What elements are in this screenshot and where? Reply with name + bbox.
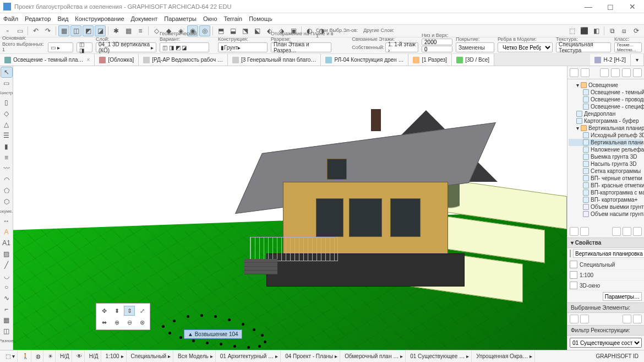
tool-f-icon[interactable]: ⬒	[215, 25, 226, 36]
polyline-tool[interactable]: ⌐	[1, 304, 12, 314]
menu-file[interactable]: Файл	[3, 15, 18, 22]
section-tool[interactable]: ◫	[1, 326, 12, 336]
menu-window[interactable]: Окно	[203, 15, 217, 22]
pet-palette[interactable]: ✥ ⬍ ⇕ ⤢ ⬌ ⊕ ⊖ ⊗	[96, 303, 150, 330]
tool-x3-icon[interactable]: ◧	[591, 25, 602, 36]
sb-combo1[interactable]: 01 Архитектурный …	[220, 353, 274, 359]
sb-sun-icon[interactable]: ☀	[48, 353, 53, 359]
roof-tool[interactable]: △	[1, 120, 12, 129]
minimize-button[interactable]: ―	[580, 2, 597, 11]
morph-tool[interactable]: ⬠	[1, 186, 12, 196]
sb-car-icon[interactable]: ◍	[36, 353, 41, 359]
tool-g-icon[interactable]: ⬓	[227, 25, 238, 36]
mesh-mode-icon[interactable]: ▦	[58, 25, 69, 36]
fill-tool[interactable]: ▨	[1, 249, 12, 259]
navigator-tree[interactable]: ▾Освещение Освещение - темный пла Освеще…	[567, 79, 644, 225]
sb-layer1[interactable]: Специальный	[131, 353, 166, 359]
pet-elev-all-icon[interactable]: ⇕	[124, 306, 135, 316]
pet-elevate-icon[interactable]: ⬍	[111, 306, 122, 316]
sel-ic4[interactable]	[633, 315, 642, 323]
nav-action2-icon[interactable]	[580, 227, 589, 236]
drawing-tool[interactable]: ▦	[1, 315, 12, 325]
sb-combo4[interactable]: 01 Существующее …	[410, 353, 465, 359]
tab-section[interactable]: [1 Разрез]	[408, 54, 452, 66]
text-tool[interactable]: A	[1, 227, 12, 237]
mesh-tool[interactable]: 〰	[1, 164, 12, 174]
undo-icon[interactable]: ↶	[30, 25, 41, 36]
tool-x1-icon[interactable]: ⬚	[566, 25, 577, 36]
graphisoft-id[interactable]: GRAPHISOFT ID	[596, 353, 638, 359]
tab-cover[interactable]: [Обложка]	[95, 54, 139, 66]
layer-icon[interactable]: ≡	[135, 25, 146, 36]
beam-tool[interactable]: ☰	[1, 131, 12, 141]
menu-edit[interactable]: Редактор	[25, 15, 51, 22]
snap-icon[interactable]: ✱	[111, 25, 122, 36]
spline-tool[interactable]: ∿	[1, 293, 12, 303]
tab-lighting[interactable]: Освещение - темный пла…×	[0, 54, 95, 66]
grid-icon[interactable]: ▦	[123, 25, 134, 36]
sb-layer2[interactable]: Вся Модель	[178, 353, 209, 359]
nav-mode-view-icon[interactable]	[581, 68, 590, 77]
tool-x6-icon[interactable]: ⟳	[631, 25, 642, 36]
shell-tool[interactable]: ◠	[1, 175, 12, 185]
nav-action4-icon[interactable]	[623, 227, 631, 236]
pet-stretch-icon[interactable]: ⤢	[137, 306, 148, 316]
slab-tool[interactable]: ◇	[1, 109, 12, 118]
sel-ic3[interactable]	[623, 315, 631, 323]
menu-help[interactable]: Помощь	[249, 15, 272, 22]
dimension-tool[interactable]: ↔	[1, 216, 12, 226]
3d-viewport[interactable]: ✥ ⬍ ⇕ ⤢ ⬌ ⊕ ⊖ ⊗ ▲ Возвышение 104	[13, 66, 567, 350]
close-button[interactable]: ✕	[624, 2, 641, 11]
tool-i-icon[interactable]: ⬕	[252, 25, 263, 36]
slab-mode-icon[interactable]: ◫	[70, 25, 81, 36]
menu-terrain[interactable]: Terrain	[224, 15, 243, 22]
tab-sheet3[interactable]: РЛ-04 Конструкция дрен …	[321, 54, 408, 66]
texture-dropdown[interactable]: Специальная Текстура	[556, 42, 611, 52]
tab-overflow[interactable]: ▾	[631, 54, 644, 66]
menu-design[interactable]: Конструирование	[75, 15, 124, 22]
nav-tab3-icon[interactable]	[622, 68, 631, 77]
construction-dropdown[interactable]: ▮ Грунт ▸	[218, 42, 268, 52]
surface-dropdown[interactable]: Заменены	[456, 42, 494, 52]
wall-tool[interactable]: ▯	[1, 98, 12, 107]
redo-icon[interactable]: ↷	[42, 25, 53, 36]
plan-display-dropdown[interactable]: План Этажа и Разрез…	[271, 42, 331, 52]
tool-h-icon[interactable]: ⬔	[239, 25, 250, 36]
pet-move-icon[interactable]: ✥	[99, 306, 110, 316]
nav-action3-icon[interactable]	[612, 227, 621, 236]
line-tool[interactable]: ╱	[1, 260, 12, 270]
tab-3d[interactable]: [3D / Все]	[452, 54, 494, 66]
sb-zoom[interactable]: 1:100	[106, 353, 119, 359]
layer-dropdown[interactable]: 04_1 3D вертикалка (КО) ▸	[96, 42, 156, 52]
pet-add-icon[interactable]: ⊕	[111, 317, 122, 327]
pet-sub-icon[interactable]: ⊖	[124, 317, 135, 327]
tool-x4-icon[interactable]: ⧉	[607, 25, 618, 36]
menu-options[interactable]: Параметры	[164, 15, 197, 22]
mesh-edit-points[interactable]	[156, 303, 288, 347]
infobox-slot2[interactable]: ◫ ◨	[77, 42, 92, 52]
tool-x5-icon[interactable]: ⧇	[619, 25, 630, 36]
sb-cube-icon[interactable]: ⬚	[6, 353, 10, 359]
linked-story-dropdown[interactable]: 1. 1-й этаж ›	[385, 42, 418, 52]
edges-dropdown[interactable]: Четко Все Ребра	[498, 42, 553, 52]
navigator-selected-item[interactable]: Вертикальная планировка	[569, 139, 643, 146]
pet-offset-icon[interactable]: ⬌	[99, 317, 110, 327]
sb-eye-icon[interactable]: 👁	[77, 353, 82, 359]
pet-bool-icon[interactable]: ⊗	[137, 317, 148, 327]
params-button[interactable]: Параметры…	[603, 292, 642, 301]
nav-tab2-icon[interactable]	[611, 68, 620, 77]
nav-action1-icon[interactable]	[570, 227, 578, 236]
class-dropdown[interactable]: Геоме... Местно...	[614, 42, 642, 52]
tab-sheet2[interactable]: [3 Генеральный план благо…	[228, 54, 321, 66]
nav-tab4-icon[interactable]	[633, 68, 642, 77]
circle-tool[interactable]: ○	[1, 282, 12, 292]
sb-combo2[interactable]: 04 Проект - Планы	[285, 353, 333, 359]
shell-mode-icon[interactable]: ◩	[83, 25, 94, 36]
arrow-tool[interactable]: ↖	[1, 67, 12, 77]
sel-ic2[interactable]	[580, 315, 589, 323]
tab-grid[interactable]: Н-2 [Н-2]	[590, 54, 631, 66]
open-icon[interactable]: ▭	[14, 25, 25, 36]
infobox-slot1[interactable]: ▭ ▸	[48, 42, 73, 52]
geomvar-buttons[interactable]: ◫ ◨ ◩ ◪	[160, 42, 209, 52]
nav-action5-icon[interactable]	[633, 227, 642, 236]
